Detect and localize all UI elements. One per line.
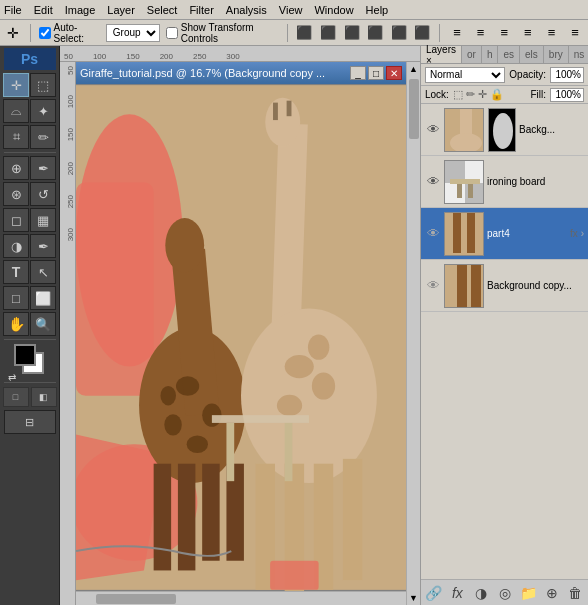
move-tool[interactable]: ✛ [3,73,29,97]
align-middle-icon[interactable]: ⬛ [390,23,408,43]
crop-tool[interactable]: ⌗ [3,125,29,149]
zoom-tool[interactable]: 🔍 [30,312,56,336]
rect-tool[interactable]: ⬜ [30,286,56,310]
layer-item[interactable]: 👁 Background copy... [421,260,588,312]
standard-mode[interactable]: □ [3,387,29,407]
tool-row-3: ⌗ ✏ [0,125,59,149]
magic-wand-tool[interactable]: ✦ [30,99,56,123]
scrollbar-v-down[interactable]: ▼ [409,593,418,603]
menu-analysis[interactable]: Analysis [226,4,267,16]
foreground-color-swatch[interactable] [14,344,36,366]
align-bottom-icon[interactable]: ⬛ [414,23,432,43]
menu-image[interactable]: Image [65,4,96,16]
align-left-icon[interactable]: ⬛ [295,23,313,43]
tab-bry[interactable]: bry [544,46,569,63]
history-brush-tool[interactable]: ↺ [30,182,56,206]
adjustment-button[interactable]: ◎ [496,584,514,602]
channels-tab-short[interactable]: or [462,46,482,63]
transform-checkbox[interactable] [166,27,178,39]
layers-tab[interactable]: Layers × [421,46,462,63]
document-body[interactable] [76,84,406,591]
layer-visibility-eye[interactable]: 👁 [425,122,441,138]
eyedropper-tool[interactable]: ✏ [30,125,56,149]
scrollbar-v-up[interactable]: ▲ [409,64,418,74]
dodge-tool[interactable]: ◑ [3,234,29,258]
menu-help[interactable]: Help [366,4,389,16]
divider-1 [4,152,56,153]
menu-file[interactable]: File [4,4,22,16]
screen-mode-btn[interactable]: ⊟ [4,410,56,434]
opacity-input[interactable] [550,67,584,83]
menu-filter[interactable]: Filter [189,4,213,16]
menu-edit[interactable]: Edit [34,4,53,16]
select-tool[interactable]: ⬚ [30,73,56,97]
scrollbar-vertical[interactable]: ▲ ▼ [406,62,420,605]
layers-list: 👁 Backg... [421,104,588,579]
swap-colors-icon[interactable]: ⇄ [8,372,16,383]
distribute-left-icon[interactable]: ≡ [448,23,466,43]
scrollbar-horizontal[interactable] [76,591,406,605]
layer-item[interactable]: 👁 ironing board [421,156,588,208]
auto-select-dropdown[interactable]: Group Layer [106,24,160,42]
svg-point-18 [265,98,300,147]
type-tool[interactable]: T [3,260,29,284]
align-top-icon[interactable]: ⬛ [366,23,384,43]
distribute-top-icon[interactable]: ≡ [519,23,537,43]
lock-position-icon[interactable]: ✛ [478,88,487,101]
scrollbar-v-thumb[interactable] [409,79,419,139]
new-layer-button[interactable]: ⊕ [543,584,561,602]
align-right-icon[interactable]: ⬛ [343,23,361,43]
layer-visibility-eye[interactable]: 👁 [425,226,441,242]
menu-view[interactable]: View [279,4,303,16]
link-layers-button[interactable]: 🔗 [425,584,443,602]
tool-row-2: ⌓ ✦ [0,99,59,123]
delete-layer-button[interactable]: 🗑 [566,584,584,602]
close-button[interactable]: ✕ [386,66,402,80]
distribute-middle-icon[interactable]: ≡ [543,23,561,43]
align-center-icon[interactable]: ⬛ [319,23,337,43]
fill-input[interactable] [550,88,584,102]
menu-select[interactable]: Select [147,4,178,16]
layer-item[interactable]: 👁 Backg... [421,104,588,156]
tab-ns[interactable]: ns [569,46,588,63]
layer-visibility-eye[interactable]: 👁 [425,278,441,294]
quick-mask-mode[interactable]: ◧ [31,387,57,407]
restore-button[interactable]: □ [368,66,384,80]
mask-button[interactable]: ◑ [472,584,490,602]
ruler-vertical: 50 100 150 200 250 300 [60,62,76,605]
history-tab-short[interactable]: h [482,46,499,63]
menu-layer[interactable]: Layer [107,4,135,16]
tab-es[interactable]: es [498,46,520,63]
fx-button[interactable]: fx [449,584,467,602]
clone-tool[interactable]: ⊛ [3,182,29,206]
blend-mode-select[interactable]: Normal Multiply Screen [425,67,505,83]
distribute-center-icon[interactable]: ≡ [472,23,490,43]
group-button[interactable]: 📁 [519,584,537,602]
layer-item[interactable]: 👁 part4 fx › [421,208,588,260]
svg-rect-42 [465,183,484,204]
svg-point-14 [164,414,181,435]
lock-all-icon[interactable]: 🔒 [490,88,504,101]
heal-tool[interactable]: ⊕ [3,156,29,180]
gradient-tool[interactable]: ▦ [30,208,56,232]
eraser-tool[interactable]: ◻ [3,208,29,232]
lock-image-icon[interactable]: ✏ [466,88,475,101]
svg-point-21 [241,308,377,483]
hand-tool[interactable]: ✋ [3,312,29,336]
layer-visibility-eye[interactable]: 👁 [425,174,441,190]
pen-tool[interactable]: ✒ [30,234,56,258]
shape-tool[interactable]: □ [3,286,29,310]
lasso-tool[interactable]: ⌓ [3,99,29,123]
layer-fx-badge[interactable]: fx [570,228,578,239]
path-select-tool[interactable]: ↖ [30,260,56,284]
tab-els[interactable]: els [520,46,544,63]
brush-tool[interactable]: ✒ [30,156,56,180]
scrollbar-h-thumb[interactable] [96,594,176,604]
distribute-right-icon[interactable]: ≡ [495,23,513,43]
distribute-bottom-icon[interactable]: ≡ [566,23,584,43]
tool-row-7: ◑ ✒ [0,234,59,258]
minimize-button[interactable]: _ [350,66,366,80]
menu-window[interactable]: Window [314,4,353,16]
auto-select-checkbox[interactable] [39,27,51,39]
lock-transparent-icon[interactable]: ⬚ [453,88,463,101]
